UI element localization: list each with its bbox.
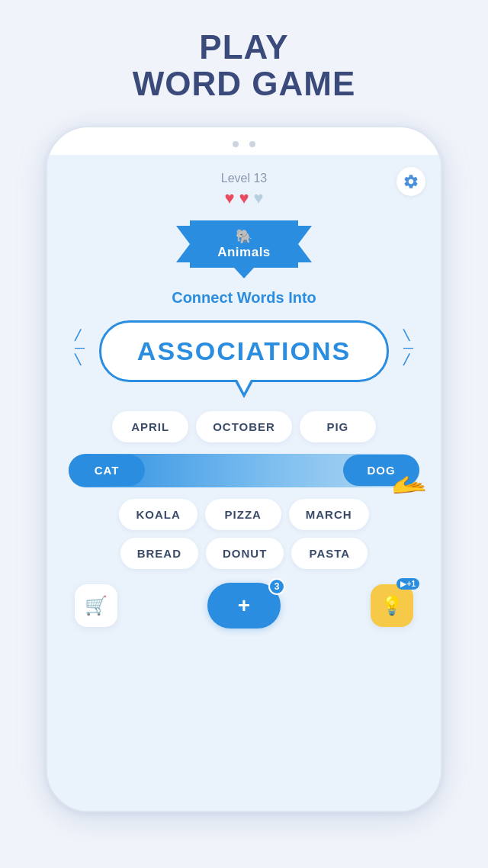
ribbon-arrow <box>234 268 254 278</box>
word-chip-pig[interactable]: PIG <box>300 411 376 442</box>
heart-2: ♥ <box>239 188 249 208</box>
word-chip-october[interactable]: OCTOBER <box>196 411 292 442</box>
connect-label: Connect Words Into <box>172 289 316 307</box>
category-name: Animals <box>217 245 271 260</box>
word-row-1: APRIL OCTOBER PIG <box>69 411 419 442</box>
page-title: PLAY WORD GAME <box>133 29 356 103</box>
word-row-2: CAT DOG 🫴 <box>69 450 419 491</box>
ribbon-right-notch <box>298 226 312 262</box>
category-icon: 🐘 <box>236 228 252 245</box>
cart-icon: 🛒 <box>85 595 108 616</box>
word-chip-april[interactable]: APRIL <box>112 411 188 442</box>
level-label: Level 13 <box>221 172 268 185</box>
hearts-row: ♥ ♥ ♥ <box>224 188 263 208</box>
phone-frame: Level 13 ♥ ♥ ♥ 🐘 Animals Connect Words I… <box>46 126 442 812</box>
hint-badge-value: +1 <box>407 580 416 588</box>
word-row-3: KOALA PIZZA MARCH <box>69 499 419 530</box>
hint-icon: 💡 <box>380 595 403 616</box>
word-chip-koala[interactable]: KOALA <box>119 499 197 530</box>
phone-dot-right <box>249 141 255 147</box>
word-chip-cat[interactable]: CAT <box>69 455 145 486</box>
phone-dot-left <box>233 141 239 147</box>
screen: Level 13 ♥ ♥ ♥ 🐘 Animals Connect Words I… <box>47 155 441 811</box>
associations-bubble: ASSOCIATIONS <box>99 320 389 382</box>
word-chip-pizza[interactable]: PIZZA <box>205 499 281 530</box>
ribbon-center: 🐘 Animals <box>190 220 298 268</box>
word-row-4: BREAD DONUT PASTA <box>69 538 419 569</box>
heart-3: ♥ <box>254 188 264 208</box>
phone-dots <box>233 141 255 147</box>
add-button[interactable]: + 3 <box>207 583 281 628</box>
word-chip-march[interactable]: MARCH <box>289 499 369 530</box>
add-badge: 3 <box>268 578 285 595</box>
ribbon-left-notch <box>176 226 190 262</box>
hand-pointer-icon: 🫴 <box>391 467 427 500</box>
gear-icon <box>403 173 419 190</box>
settings-button[interactable] <box>396 167 425 196</box>
bottom-bar: 🛒 + 3 💡 ▶ +1 <box>69 583 419 628</box>
word-chip-pasta[interactable]: PASTA <box>291 538 368 569</box>
word-grid: APRIL OCTOBER PIG CAT DOG 🫴 KOALA PIZZA … <box>69 411 419 569</box>
hint-button[interactable]: 💡 ▶ +1 <box>371 584 413 627</box>
hint-badge-icon: ▶ <box>400 580 406 588</box>
sparkle-left: ╱ — ╲ <box>75 330 85 365</box>
hint-badge: ▶ +1 <box>396 578 419 590</box>
heart-1: ♥ <box>224 188 234 208</box>
associations-text: ASSOCIATIONS <box>137 336 351 365</box>
associations-area: ╱ — ╲ ASSOCIATIONS ╲ — ╱ <box>69 313 419 382</box>
category-banner: 🐘 Animals <box>176 220 312 268</box>
cart-button[interactable]: 🛒 <box>75 584 117 627</box>
sparkle-right: ╲ — ╱ <box>403 330 413 365</box>
word-chip-bread[interactable]: BREAD <box>120 538 198 569</box>
word-chip-donut[interactable]: DONUT <box>206 538 284 569</box>
add-label: + <box>238 593 250 617</box>
